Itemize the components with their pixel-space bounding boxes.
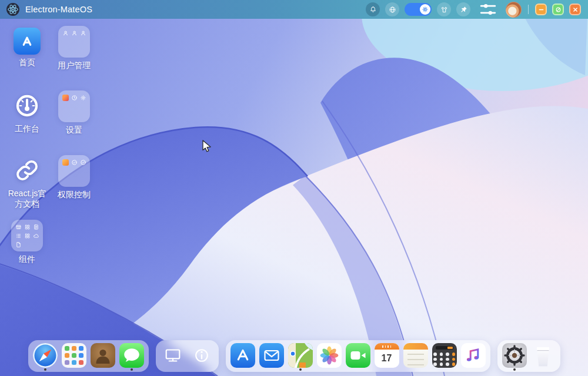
screen: Electron-MateOS: [0, 0, 588, 376]
app-store-icon: [230, 343, 255, 368]
language-globe-button[interactable]: [385, 2, 399, 16]
components-folder-icon: [11, 220, 43, 251]
dock-group-0: [28, 340, 149, 372]
permission-control-folder-icon: [58, 155, 90, 187]
clock-badge-icon: [71, 95, 78, 101]
system-settings-icon: [502, 343, 527, 368]
desktop-icon-label: 权限控制: [51, 190, 97, 200]
preferences-sliders-button[interactable]: [476, 0, 500, 22]
calendar-icon: 17: [375, 343, 399, 368]
dock-system-settings[interactable]: [502, 343, 527, 371]
dock-mail[interactable]: [259, 343, 284, 371]
user-badge-icon: [62, 30, 69, 36]
check-circle-badge-icon: [80, 159, 86, 166]
doc-badge-icon: [33, 224, 39, 230]
check-circle-badge-icon: [71, 159, 78, 166]
launchpad-icon: [62, 343, 86, 368]
list-badge-icon: [15, 233, 22, 239]
dock-display[interactable]: [161, 343, 185, 371]
mail-icon: [259, 343, 284, 368]
desktop-icon-user-management[interactable]: 用户管理: [51, 26, 98, 71]
electron-logo-icon: [6, 2, 20, 16]
cloud-badge-icon: [33, 233, 39, 239]
dock-music[interactable]: [461, 343, 486, 371]
settings-folder-icon: [58, 90, 90, 122]
link-icon: [12, 155, 42, 186]
calendar-day: 17: [375, 350, 399, 367]
user-badge-icon: [80, 30, 86, 36]
grid-badge-icon: [24, 224, 31, 230]
trash-icon: [531, 343, 556, 368]
dock: 17: [0, 340, 588, 372]
running-indicator: [131, 368, 133, 371]
dock-calculator[interactable]: [432, 343, 457, 371]
running-indicator: [299, 368, 302, 371]
messages-icon: [119, 343, 144, 368]
desktop-icon-label: React.js官方文档: [4, 189, 50, 209]
notification-bell-button[interactable]: [366, 2, 380, 16]
photos-icon: [317, 343, 342, 368]
desktop-icon-permission-control[interactable]: 权限控制: [51, 155, 98, 200]
divider: [528, 5, 529, 14]
desktop-icon-label: 设置: [51, 125, 97, 136]
theme-toggle[interactable]: [405, 3, 432, 16]
toggle-knob-gear-icon: [420, 4, 430, 15]
dock-group-2: 17: [226, 340, 490, 372]
dock-maps[interactable]: [288, 343, 313, 371]
dock-app-store[interactable]: [230, 343, 255, 371]
dock-messages[interactable]: [119, 343, 144, 371]
notes-icon: [403, 343, 428, 368]
safari-icon: [33, 343, 58, 368]
desktop-icon-settings[interactable]: 设置: [51, 90, 98, 136]
dock-trash[interactable]: [531, 343, 556, 371]
desktop-icon-components[interactable]: 组件: [4, 220, 51, 265]
close-button[interactable]: [569, 4, 581, 15]
maps-icon: [288, 343, 313, 368]
dock-group-1: [156, 340, 219, 372]
dock-safari[interactable]: [33, 343, 58, 371]
titlebar: Electron-MateOS: [0, 0, 588, 19]
facetime-icon: [346, 343, 370, 368]
desktop-icon-workbench[interactable]: 工作台: [4, 90, 51, 135]
dock-notes[interactable]: [403, 343, 428, 371]
dock-calendar[interactable]: 17: [375, 343, 399, 371]
user-management-folder-icon: [58, 26, 90, 58]
desktop-icon-label: 组件: [4, 254, 50, 265]
appearance-tshirt-button[interactable]: [437, 2, 451, 16]
chip-orange-badge-icon: [62, 159, 69, 166]
grid-badge-icon: [24, 233, 31, 239]
desktop-icon-label: 工作台: [4, 124, 50, 135]
dock-contacts[interactable]: [91, 343, 115, 371]
minimize-button[interactable]: [535, 4, 547, 15]
dock-group-3: [497, 340, 560, 372]
display-icon: [161, 343, 185, 368]
chip-red-badge-icon: [62, 95, 69, 101]
dashboard-icon: [12, 90, 42, 121]
file-badge-icon: [15, 241, 22, 248]
dock-facetime[interactable]: [346, 343, 370, 371]
table-badge-icon: [15, 224, 22, 230]
app-store-a-icon: [14, 28, 41, 55]
contacts-icon: [91, 343, 115, 368]
app-title: Electron-MateOS: [25, 5, 92, 14]
gear-badge-icon: [80, 95, 86, 101]
maximize-button[interactable]: [552, 4, 564, 15]
info-icon: [189, 343, 214, 368]
user-badge-icon: [71, 30, 78, 36]
dock-photos[interactable]: [317, 343, 342, 371]
user-avatar[interactable]: [506, 2, 522, 18]
desktop-icon-home[interactable]: 首页: [4, 26, 51, 68]
running-indicator: [44, 368, 46, 371]
dock-info[interactable]: [189, 343, 214, 371]
pin-button[interactable]: [456, 2, 470, 16]
desktop-icon-react-docs[interactable]: React.js官方文档: [4, 155, 51, 209]
desktop-icon-label: 首页: [4, 58, 50, 68]
running-indicator: [513, 368, 516, 371]
music-icon: [461, 343, 486, 368]
desktop-icon-label: 用户管理: [51, 61, 97, 71]
dock-launchpad[interactable]: [62, 343, 86, 371]
calculator-icon: [432, 343, 457, 368]
